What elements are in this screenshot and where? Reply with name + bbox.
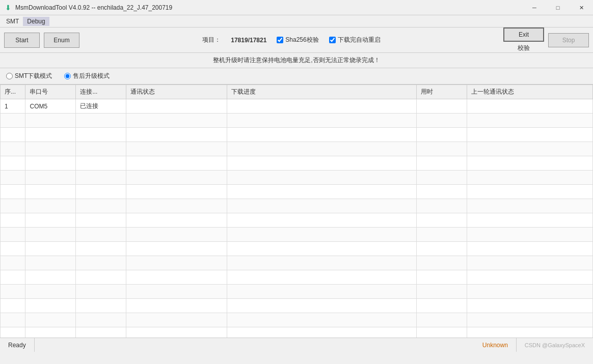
status-watermark: CSDN @GalaxySpaceX: [517, 342, 593, 348]
cell-empty: [1, 142, 25, 156]
cell-empty: [25, 242, 76, 256]
cell-empty: [416, 270, 467, 285]
cell-empty: [25, 256, 76, 270]
cell-empty: [416, 185, 467, 199]
cell-time: [416, 99, 467, 114]
menu-item-smt[interactable]: SMT: [2, 17, 23, 26]
col-comm: 通讯状态: [126, 85, 227, 99]
cell-empty: [416, 128, 467, 142]
cell-empty: [227, 299, 416, 313]
cell-empty: [227, 171, 416, 185]
cell-empty: [25, 228, 76, 242]
sha256-checkbox-group[interactable]: Sha256校验: [277, 36, 318, 44]
smt-mode-radio[interactable]: [6, 73, 13, 79]
table-row-empty: [1, 313, 593, 327]
cell-empty: [227, 313, 416, 327]
cell-empty: [76, 128, 126, 142]
cell-empty: [227, 128, 416, 142]
exit-button[interactable]: Exit: [503, 27, 544, 42]
title-text: MsmDownloadTool V4.0.92 -- enchilada_22_…: [15, 4, 172, 11]
table-row-empty: [1, 185, 593, 199]
cell-conn: 已连接: [76, 99, 126, 114]
cell-empty: [416, 256, 467, 270]
cell-empty: [76, 213, 126, 228]
cell-empty: [76, 299, 126, 313]
cell-empty: [467, 128, 593, 142]
table-row: 1 COM5 已连接: [1, 99, 593, 114]
col-prog: 下载进度: [227, 85, 416, 99]
cell-empty: [126, 299, 227, 313]
after-sale-mode-group[interactable]: 售后升级模式: [64, 72, 110, 80]
table-row-empty: [1, 114, 593, 128]
cell-empty: [416, 114, 467, 128]
app-icon: ⬇: [4, 4, 12, 12]
col-seq: 序...: [1, 85, 25, 99]
cell-empty: [76, 256, 126, 270]
cell-empty: [126, 114, 227, 128]
auto-reboot-checkbox[interactable]: [329, 37, 336, 43]
table-row-empty: [1, 199, 593, 213]
auto-reboot-label: 下载完自动重启: [338, 36, 381, 44]
cell-empty: [1, 156, 25, 171]
cell-empty: [126, 270, 227, 285]
cell-empty: [1, 185, 25, 199]
cell-empty: [126, 171, 227, 185]
project-label: 项目：: [202, 36, 221, 44]
smt-mode-group[interactable]: SMT下载模式: [6, 72, 52, 80]
cell-empty: [1, 313, 25, 327]
cell-empty: [467, 185, 593, 199]
table-row-empty: [1, 242, 593, 256]
cell-empty: [416, 156, 467, 171]
cell-empty: [76, 142, 126, 156]
menu-item-debug[interactable]: Debug: [23, 17, 49, 26]
cell-empty: [467, 285, 593, 299]
cell-empty: [25, 128, 76, 142]
table-row-empty: [1, 285, 593, 299]
enum-button[interactable]: Enum: [44, 33, 79, 48]
cell-empty: [467, 256, 593, 270]
cell-empty: [126, 313, 227, 327]
stop-button[interactable]: Stop: [548, 33, 589, 47]
cell-empty: [227, 327, 416, 338]
cell-empty: [76, 327, 126, 338]
auto-reboot-checkbox-group[interactable]: 下载完自动重启: [329, 36, 381, 44]
cell-empty: [416, 199, 467, 213]
cell-empty: [227, 242, 416, 256]
close-button[interactable]: ✕: [570, 0, 593, 15]
sha256-checkbox[interactable]: [277, 37, 283, 43]
cell-empty: [126, 128, 227, 142]
cell-empty: [1, 114, 25, 128]
table-container: 序... 串口号 连接... 通讯状态 下载进度 用时 上一轮通讯状态 1 CO…: [0, 85, 593, 338]
verify-label: 校验: [518, 44, 530, 52]
cell-empty: [1, 242, 25, 256]
mode-bar: SMT下载模式 售后升级模式: [0, 68, 593, 85]
cell-empty: [25, 270, 76, 285]
col-port: 串口号: [25, 85, 76, 99]
table-row-empty: [1, 156, 593, 171]
cell-empty: [76, 156, 126, 171]
cell-empty: [1, 327, 25, 338]
cell-empty: [227, 270, 416, 285]
cell-empty: [1, 256, 25, 270]
cell-empty: [126, 228, 227, 242]
cell-empty: [227, 185, 416, 199]
cell-empty: [467, 156, 593, 171]
notice-bar: 整机升级时请注意保持电池电量充足,否则无法正常烧录完成！: [0, 53, 593, 68]
main-table: 序... 串口号 连接... 通讯状态 下载进度 用时 上一轮通讯状态 1 CO…: [0, 85, 593, 338]
col-time: 用时: [416, 85, 467, 99]
cell-empty: [25, 185, 76, 199]
start-button[interactable]: Start: [4, 33, 40, 48]
cell-empty: [416, 242, 467, 256]
minimize-button[interactable]: ─: [523, 0, 546, 15]
table-row-empty: [1, 327, 593, 338]
cell-progress: [227, 99, 416, 114]
cell-empty: [126, 156, 227, 171]
cell-empty: [76, 114, 126, 128]
cell-empty: [467, 313, 593, 327]
status-unknown: Unknown: [474, 338, 517, 352]
table-row-empty: [1, 171, 593, 185]
maximize-button[interactable]: □: [546, 0, 570, 15]
cell-empty: [227, 228, 416, 242]
after-sale-mode-radio[interactable]: [64, 73, 71, 79]
cell-empty: [1, 228, 25, 242]
